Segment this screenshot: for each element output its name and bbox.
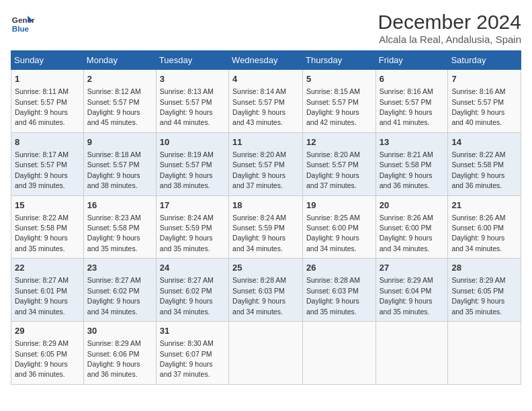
- day-info: Sunrise: 8:20 AMSunset: 5:57 PMDaylight:…: [232, 150, 286, 189]
- title-block: December 2024 Alcala la Real, Andalusia,…: [378, 11, 521, 45]
- day-number: 25: [232, 262, 299, 274]
- day-info: Sunrise: 8:15 AMSunset: 5:57 PMDaylight:…: [306, 87, 360, 126]
- svg-text:Blue: Blue: [12, 24, 30, 33]
- day-info: Sunrise: 8:17 AMSunset: 5:57 PMDaylight:…: [15, 150, 69, 189]
- empty-cell-w4-d3: [229, 322, 303, 385]
- day-number: 31: [160, 325, 225, 337]
- day-number: 7: [451, 73, 517, 85]
- day-info: Sunrise: 8:24 AMSunset: 5:59 PMDaylight:…: [232, 214, 286, 253]
- day-cell-14: 14 Sunrise: 8:22 AMSunset: 5:58 PMDaylig…: [448, 132, 521, 195]
- day-number: 14: [451, 136, 517, 148]
- day-number: 23: [87, 262, 152, 274]
- day-info: Sunrise: 8:13 AMSunset: 5:57 PMDaylight:…: [160, 87, 214, 126]
- header-sunday: Sunday: [11, 51, 84, 70]
- page-header: General Blue December 2024 Alcala la Rea…: [11, 11, 521, 45]
- day-number: 8: [15, 136, 80, 148]
- day-info: Sunrise: 8:20 AMSunset: 5:57 PMDaylight:…: [306, 150, 360, 189]
- header-saturday: Saturday: [448, 51, 521, 70]
- day-number: 30: [87, 325, 152, 337]
- day-number: 21: [451, 199, 517, 212]
- day-cell-22: 22 Sunrise: 8:27 AMSunset: 6:01 PMDaylig…: [11, 259, 84, 322]
- day-cell-11: 11 Sunrise: 8:20 AMSunset: 5:57 PMDaylig…: [229, 132, 303, 195]
- day-info: Sunrise: 8:28 AMSunset: 6:03 PMDaylight:…: [232, 276, 286, 315]
- day-info: Sunrise: 8:29 AMSunset: 6:04 PMDaylight:…: [380, 276, 433, 315]
- day-number: 9: [87, 136, 152, 148]
- day-number: 22: [15, 262, 80, 274]
- day-info: Sunrise: 8:12 AMSunset: 5:57 PMDaylight:…: [87, 87, 141, 126]
- day-number: 4: [232, 73, 299, 85]
- weekday-header-row: Sunday Monday Tuesday Wednesday Thursday…: [11, 51, 521, 70]
- empty-cell-w4-d6: [448, 322, 521, 385]
- day-number: 11: [232, 136, 299, 148]
- day-number: 26: [306, 262, 372, 274]
- day-info: Sunrise: 8:14 AMSunset: 5:57 PMDaylight:…: [232, 87, 286, 126]
- day-info: Sunrise: 8:27 AMSunset: 6:01 PMDaylight:…: [15, 276, 69, 315]
- day-cell-28: 28 Sunrise: 8:29 AMSunset: 6:05 PMDaylig…: [448, 259, 521, 322]
- day-cell-18: 18 Sunrise: 8:24 AMSunset: 5:59 PMDaylig…: [229, 195, 303, 259]
- calendar-week-4: 22 Sunrise: 8:27 AMSunset: 6:01 PMDaylig…: [11, 259, 521, 322]
- day-info: Sunrise: 8:29 AMSunset: 6:06 PMDaylight:…: [87, 339, 141, 378]
- day-cell-8: 8 Sunrise: 8:17 AMSunset: 5:57 PMDayligh…: [11, 132, 84, 195]
- day-number: 12: [306, 136, 372, 148]
- day-info: Sunrise: 8:11 AMSunset: 5:57 PMDaylight:…: [15, 87, 69, 126]
- calendar-week-3: 15 Sunrise: 8:22 AMSunset: 5:58 PMDaylig…: [11, 195, 521, 259]
- day-info: Sunrise: 8:18 AMSunset: 5:57 PMDaylight:…: [87, 150, 141, 189]
- day-info: Sunrise: 8:30 AMSunset: 6:07 PMDaylight:…: [160, 339, 214, 378]
- day-number: 15: [15, 199, 80, 212]
- day-number: 27: [380, 262, 445, 274]
- day-info: Sunrise: 8:29 AMSunset: 6:05 PMDaylight:…: [451, 276, 505, 315]
- day-number: 5: [306, 73, 372, 85]
- empty-cell-w4-d5: [375, 322, 448, 385]
- day-cell-10: 10 Sunrise: 8:19 AMSunset: 5:57 PMDaylig…: [156, 132, 228, 195]
- day-cell-30: 30 Sunrise: 8:29 AMSunset: 6:06 PMDaylig…: [83, 322, 156, 385]
- day-info: Sunrise: 8:21 AMSunset: 5:58 PMDaylight:…: [380, 150, 433, 189]
- day-info: Sunrise: 8:19 AMSunset: 5:57 PMDaylight:…: [160, 150, 214, 189]
- day-number: 19: [306, 199, 372, 212]
- day-info: Sunrise: 8:29 AMSunset: 6:05 PMDaylight:…: [15, 339, 69, 378]
- header-wednesday: Wednesday: [229, 51, 303, 70]
- day-info: Sunrise: 8:16 AMSunset: 5:57 PMDaylight:…: [380, 87, 433, 126]
- day-cell-4: 4 Sunrise: 8:14 AMSunset: 5:57 PMDayligh…: [229, 70, 303, 133]
- empty-cell-w4-d4: [303, 322, 376, 385]
- day-cell-16: 16 Sunrise: 8:23 AMSunset: 5:58 PMDaylig…: [83, 195, 156, 259]
- day-cell-21: 21 Sunrise: 8:26 AMSunset: 6:00 PMDaylig…: [448, 195, 521, 259]
- day-cell-31: 31 Sunrise: 8:30 AMSunset: 6:07 PMDaylig…: [156, 322, 228, 385]
- header-monday: Monday: [83, 51, 156, 70]
- day-cell-13: 13 Sunrise: 8:21 AMSunset: 5:58 PMDaylig…: [375, 132, 448, 195]
- day-number: 1: [15, 73, 80, 85]
- day-number: 2: [87, 73, 152, 85]
- day-cell-15: 15 Sunrise: 8:22 AMSunset: 5:58 PMDaylig…: [11, 195, 84, 259]
- header-thursday: Thursday: [303, 51, 376, 70]
- day-info: Sunrise: 8:22 AMSunset: 5:58 PMDaylight:…: [451, 150, 505, 189]
- day-cell-20: 20 Sunrise: 8:26 AMSunset: 6:00 PMDaylig…: [375, 195, 448, 259]
- day-cell-25: 25 Sunrise: 8:28 AMSunset: 6:03 PMDaylig…: [229, 259, 303, 322]
- day-number: 29: [15, 325, 80, 337]
- day-info: Sunrise: 8:25 AMSunset: 6:00 PMDaylight:…: [306, 214, 360, 253]
- day-cell-27: 27 Sunrise: 8:29 AMSunset: 6:04 PMDaylig…: [375, 259, 448, 322]
- day-info: Sunrise: 8:27 AMSunset: 6:02 PMDaylight:…: [160, 276, 214, 315]
- calendar-week-5: 29 Sunrise: 8:29 AMSunset: 6:05 PMDaylig…: [11, 322, 521, 385]
- day-cell-3: 3 Sunrise: 8:13 AMSunset: 5:57 PMDayligh…: [156, 70, 228, 133]
- day-cell-12: 12 Sunrise: 8:20 AMSunset: 5:57 PMDaylig…: [303, 132, 376, 195]
- day-cell-29: 29 Sunrise: 8:29 AMSunset: 6:05 PMDaylig…: [11, 322, 84, 385]
- day-number: 28: [451, 262, 517, 274]
- day-info: Sunrise: 8:22 AMSunset: 5:58 PMDaylight:…: [15, 214, 69, 253]
- day-number: 3: [160, 73, 225, 85]
- day-cell-17: 17 Sunrise: 8:24 AMSunset: 5:59 PMDaylig…: [156, 195, 228, 259]
- day-cell-24: 24 Sunrise: 8:27 AMSunset: 6:02 PMDaylig…: [156, 259, 228, 322]
- day-cell-1: 1 Sunrise: 8:11 AMSunset: 5:57 PMDayligh…: [11, 70, 84, 133]
- header-tuesday: Tuesday: [156, 51, 228, 70]
- day-number: 17: [160, 199, 225, 212]
- subtitle: Alcala la Real, Andalusia, Spain: [378, 34, 521, 45]
- day-info: Sunrise: 8:16 AMSunset: 5:57 PMDaylight:…: [451, 87, 505, 126]
- day-cell-23: 23 Sunrise: 8:27 AMSunset: 6:02 PMDaylig…: [83, 259, 156, 322]
- day-cell-2: 2 Sunrise: 8:12 AMSunset: 5:57 PMDayligh…: [83, 70, 156, 133]
- day-number: 18: [232, 199, 299, 212]
- calendar-week-2: 8 Sunrise: 8:17 AMSunset: 5:57 PMDayligh…: [11, 132, 521, 195]
- day-cell-6: 6 Sunrise: 8:16 AMSunset: 5:57 PMDayligh…: [375, 70, 448, 133]
- day-cell-19: 19 Sunrise: 8:25 AMSunset: 6:00 PMDaylig…: [303, 195, 376, 259]
- day-info: Sunrise: 8:26 AMSunset: 6:00 PMDaylight:…: [451, 214, 505, 253]
- main-title: December 2024: [378, 11, 521, 34]
- calendar-week-1: 1 Sunrise: 8:11 AMSunset: 5:57 PMDayligh…: [11, 70, 521, 133]
- day-info: Sunrise: 8:28 AMSunset: 6:03 PMDaylight:…: [306, 276, 360, 315]
